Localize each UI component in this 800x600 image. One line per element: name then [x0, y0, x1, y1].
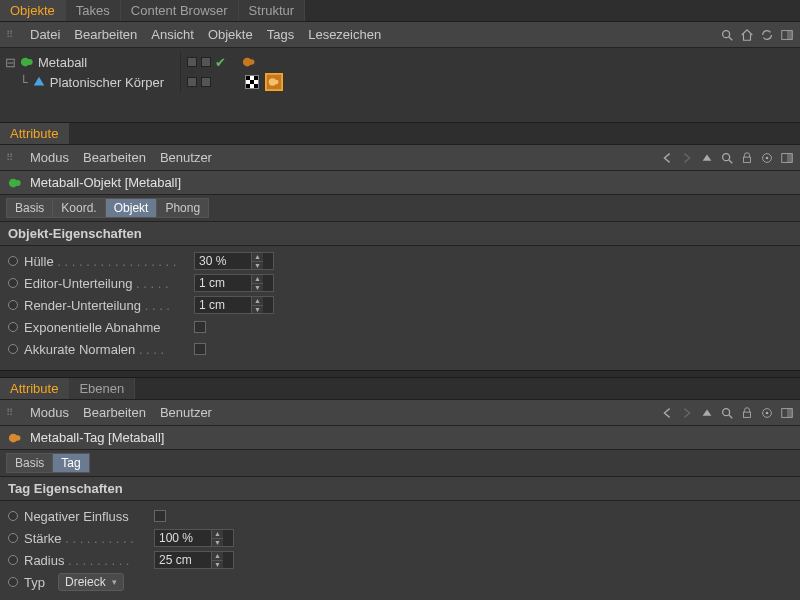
target-icon[interactable]	[760, 151, 774, 165]
spin-up-icon[interactable]: ▲	[212, 552, 223, 560]
target-icon[interactable]	[760, 406, 774, 420]
tab-objekte[interactable]: Objekte	[0, 0, 66, 21]
tree-row-platonic[interactable]: └ Platonischer Körper	[0, 72, 800, 92]
subtab-basis[interactable]: Basis	[6, 453, 53, 473]
anim-dot[interactable]	[8, 533, 18, 543]
nav-up-icon[interactable]	[700, 406, 714, 420]
tab-content-browser[interactable]: Content Browser	[121, 0, 239, 21]
attr-header-title: Metaball-Tag [Metaball]	[30, 430, 164, 445]
spin-down-icon[interactable]: ▼	[252, 261, 263, 269]
huelle-input[interactable]	[195, 254, 251, 268]
nav-fwd-icon[interactable]	[680, 406, 694, 420]
tab-attribute[interactable]: Attribute	[0, 123, 69, 144]
editor-sub-field[interactable]: ▲▼	[194, 274, 274, 292]
spin-up-icon[interactable]: ▲	[212, 530, 223, 538]
spin-up-icon[interactable]: ▲	[252, 253, 263, 261]
object-name[interactable]: Platonischer Körper	[50, 75, 164, 90]
render-visibility-toggle[interactable]	[201, 77, 211, 87]
spin-down-icon[interactable]: ▼	[252, 305, 263, 313]
menu-modus[interactable]: Modus	[30, 150, 69, 165]
menu-objekte[interactable]: Objekte	[208, 27, 253, 42]
menu-datei[interactable]: Datei	[30, 27, 60, 42]
dock-icon[interactable]	[780, 151, 794, 165]
svg-line-21	[729, 414, 733, 418]
editor-visibility-toggle[interactable]	[187, 57, 197, 67]
spin-down-icon[interactable]: ▼	[252, 283, 263, 291]
sync-icon[interactable]	[760, 28, 774, 42]
object-name[interactable]: Metaball	[38, 55, 87, 70]
accurate-normals-checkbox[interactable]	[194, 343, 206, 355]
strength-field[interactable]: ▲▼	[154, 529, 234, 547]
type-select[interactable]: Dreieck ▾	[58, 573, 124, 591]
menu-lesezeichen[interactable]: Lesezeichen	[308, 27, 381, 42]
type-value: Dreieck	[65, 575, 106, 589]
render-sub-input[interactable]	[195, 298, 251, 312]
svg-marker-8	[34, 77, 45, 86]
menu-tags[interactable]: Tags	[267, 27, 294, 42]
prop-type: Typ Dreieck ▾	[8, 571, 792, 593]
anim-dot[interactable]	[8, 300, 18, 310]
tab-takes[interactable]: Takes	[66, 0, 121, 21]
radius-field[interactable]: ▲▼	[154, 551, 234, 569]
menu-ansicht[interactable]: Ansicht	[151, 27, 194, 42]
anim-dot[interactable]	[8, 322, 18, 332]
search-icon[interactable]	[720, 151, 734, 165]
anim-dot[interactable]	[8, 511, 18, 521]
tab-struktur[interactable]: Struktur	[239, 0, 306, 21]
editor-visibility-toggle[interactable]	[187, 77, 197, 87]
metaball-icon	[20, 55, 34, 69]
tree-row-metaball[interactable]: ⊟ Metaball ✔	[0, 52, 800, 72]
search-icon[interactable]	[720, 28, 734, 42]
nav-fwd-icon[interactable]	[680, 151, 694, 165]
subtab-phong[interactable]: Phong	[157, 198, 209, 218]
menu-modus[interactable]: Modus	[30, 405, 69, 420]
menu-bearbeiten[interactable]: Bearbeiten	[83, 405, 146, 420]
spin-down-icon[interactable]: ▼	[212, 560, 223, 568]
objects-menubar: ⠿ Datei Bearbeiten Ansicht Objekte Tags …	[0, 22, 800, 48]
home-icon[interactable]	[740, 28, 754, 42]
editor-sub-input[interactable]	[195, 276, 251, 290]
nav-back-icon[interactable]	[660, 151, 674, 165]
anim-dot[interactable]	[8, 344, 18, 354]
grip-icon: ⠿	[6, 407, 16, 418]
texture-tag-icon[interactable]	[243, 73, 261, 91]
strength-input[interactable]	[155, 531, 211, 545]
render-sub-field[interactable]: ▲▼	[194, 296, 274, 314]
exp-falloff-checkbox[interactable]	[194, 321, 206, 333]
menu-bearbeiten[interactable]: Bearbeiten	[83, 150, 146, 165]
dock-icon[interactable]	[780, 28, 794, 42]
subtab-tag[interactable]: Tag	[53, 453, 89, 473]
anim-dot[interactable]	[8, 256, 18, 266]
metaball-tag-icon[interactable]	[265, 73, 283, 91]
menu-benutzer[interactable]: Benutzer	[160, 405, 212, 420]
spin-down-icon[interactable]: ▼	[212, 538, 223, 546]
tab-attribute[interactable]: Attribute	[0, 378, 69, 399]
metaball-tag-icon[interactable]	[240, 53, 258, 71]
nav-up-icon[interactable]	[700, 151, 714, 165]
anim-dot[interactable]	[8, 555, 18, 565]
anim-dot[interactable]	[8, 278, 18, 288]
svg-line-1	[729, 36, 733, 40]
anim-dot[interactable]	[8, 577, 18, 587]
subtab-objekt[interactable]: Objekt	[106, 198, 158, 218]
subtab-basis[interactable]: Basis	[6, 198, 53, 218]
menu-bearbeiten[interactable]: Bearbeiten	[74, 27, 137, 42]
expand-toggle[interactable]: ⊟	[4, 55, 16, 70]
subtab-koord[interactable]: Koord.	[53, 198, 105, 218]
tab-ebenen[interactable]: Ebenen	[69, 378, 135, 399]
enabled-check-icon[interactable]: ✔	[215, 55, 226, 70]
lock-icon[interactable]	[740, 406, 754, 420]
svg-point-5	[27, 59, 33, 65]
search-icon[interactable]	[720, 406, 734, 420]
dock-icon[interactable]	[780, 406, 794, 420]
huelle-field[interactable]: ▲▼	[194, 252, 274, 270]
spin-up-icon[interactable]: ▲	[252, 297, 263, 305]
spin-up-icon[interactable]: ▲	[252, 275, 263, 283]
nav-back-icon[interactable]	[660, 406, 674, 420]
lock-icon[interactable]	[740, 151, 754, 165]
radius-input[interactable]	[155, 553, 211, 567]
render-visibility-toggle[interactable]	[201, 57, 211, 67]
menu-benutzer[interactable]: Benutzer	[160, 150, 212, 165]
negative-checkbox[interactable]	[154, 510, 166, 522]
attr1-menubar: ⠿ Modus Bearbeiten Benutzer	[0, 145, 800, 171]
